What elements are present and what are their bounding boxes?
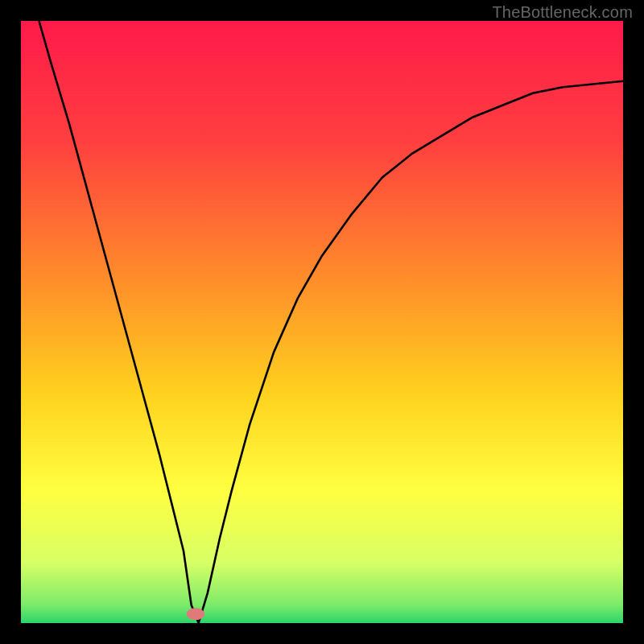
- chart-frame: TheBottleneck.com: [0, 0, 644, 644]
- gradient-background: [21, 21, 623, 623]
- plot-area: [21, 21, 623, 623]
- min-marker: [187, 608, 204, 620]
- chart-svg: [21, 21, 623, 623]
- site-watermark: TheBottleneck.com: [492, 3, 633, 22]
- marker-group: [187, 608, 204, 620]
